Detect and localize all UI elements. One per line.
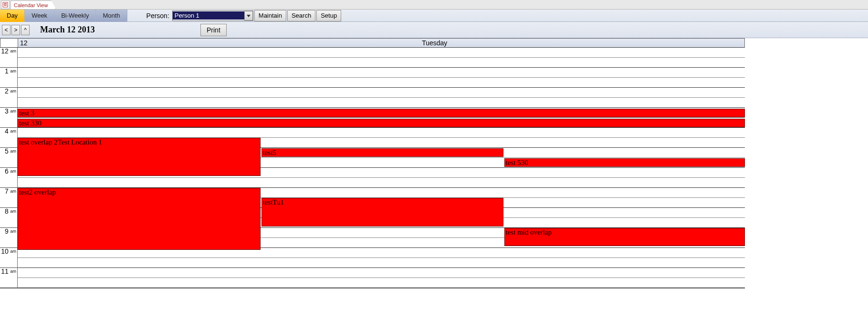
person-dropdown-button[interactable] xyxy=(244,11,253,21)
timeslot[interactable] xyxy=(18,178,745,188)
timeslot[interactable] xyxy=(18,258,745,268)
time-gutter-header xyxy=(0,39,18,47)
hour-label: 8 am xyxy=(0,208,17,228)
main-toolbar: Day Week Bi-Weekly Month Person: Person … xyxy=(0,10,868,22)
calendar-event[interactable]: test mid overlap xyxy=(504,228,745,246)
calendar-event[interactable]: test2 overlap xyxy=(18,188,261,250)
calendar: 12 Tuesday 12 am1 am2 am3 am4 am5 am6 am… xyxy=(0,38,745,288)
svg-rect-1 xyxy=(4,3,7,4)
timeslot[interactable] xyxy=(18,88,745,98)
chevron-down-icon xyxy=(247,14,251,18)
hour-label: 10 am xyxy=(0,248,17,268)
app-icon xyxy=(1,0,10,9)
calendar-event[interactable]: test 330 xyxy=(18,119,745,127)
day-number: 12 xyxy=(18,39,30,47)
calendar-event[interactable]: test 3 xyxy=(18,109,745,117)
print-button[interactable]: Print xyxy=(200,24,227,36)
view-week-button[interactable]: Week xyxy=(25,10,54,22)
svg-marker-3 xyxy=(247,15,251,17)
timeslot[interactable] xyxy=(18,128,745,138)
day-name: Tuesday xyxy=(30,39,744,47)
day-header-cell[interactable]: 12 Tuesday xyxy=(18,39,744,47)
tab-label: Calendar View xyxy=(14,2,48,8)
timeslot[interactable] xyxy=(18,98,745,108)
view-day-button[interactable]: Day xyxy=(0,10,25,22)
calendar-event[interactable]: test 530 xyxy=(504,158,745,167)
hour-label: 7 am xyxy=(0,188,17,208)
setup-button[interactable]: Setup xyxy=(316,10,341,21)
hour-label: 4 am xyxy=(0,128,17,148)
timeslot[interactable] xyxy=(18,58,745,68)
maintain-button[interactable]: Maintain xyxy=(254,10,286,21)
date-title: March 12 2013 xyxy=(40,25,95,35)
person-label: Person: xyxy=(146,12,172,20)
timeslot[interactable] xyxy=(18,278,745,288)
hour-label: 6 am xyxy=(0,168,17,188)
hour-label: 9 am xyxy=(0,228,17,248)
search-button[interactable]: Search xyxy=(287,10,315,21)
hour-label: 5 am xyxy=(0,148,17,168)
calendar-event[interactable]: test overlap 2Test Location 1 xyxy=(18,138,261,176)
tab-strip: Calendar View xyxy=(0,0,868,10)
hour-label: 2 am xyxy=(0,88,17,108)
hour-label: 3 am xyxy=(0,108,17,128)
hour-label: 12 am xyxy=(0,48,17,68)
tab-calendar-view[interactable]: Calendar View xyxy=(10,0,56,9)
timeslot[interactable] xyxy=(18,78,745,88)
hour-label: 11 am xyxy=(0,268,17,288)
timeslot[interactable] xyxy=(18,68,745,78)
calendar-event[interactable]: test5 xyxy=(261,148,503,157)
nav-prev-button[interactable]: < xyxy=(2,25,10,35)
calendar-event[interactable]: testTu1 xyxy=(261,198,503,226)
person-select-value: Person 1 xyxy=(173,11,244,20)
nav-next-button[interactable]: > xyxy=(11,25,20,35)
hour-label: 1 am xyxy=(0,68,17,88)
sub-toolbar: < > ^ March 12 2013 Print xyxy=(0,22,868,38)
day-header-row: 12 Tuesday xyxy=(0,38,745,48)
time-gutter: 12 am1 am2 am3 am4 am5 am6 am7 am8 am9 a… xyxy=(0,48,18,288)
view-month-button[interactable]: Month xyxy=(96,10,127,22)
day-column[interactable]: test 3test 330test overlap 2Test Locatio… xyxy=(18,48,745,288)
person-select[interactable]: Person 1 xyxy=(172,10,253,21)
view-biweekly-button[interactable]: Bi-Weekly xyxy=(54,10,96,22)
nav-up-button[interactable]: ^ xyxy=(21,25,30,35)
svg-rect-2 xyxy=(4,5,7,6)
calendar-grid: 12 am1 am2 am3 am4 am5 am6 am7 am8 am9 a… xyxy=(0,48,745,288)
timeslot[interactable] xyxy=(18,268,745,278)
timeslot[interactable] xyxy=(18,48,745,58)
